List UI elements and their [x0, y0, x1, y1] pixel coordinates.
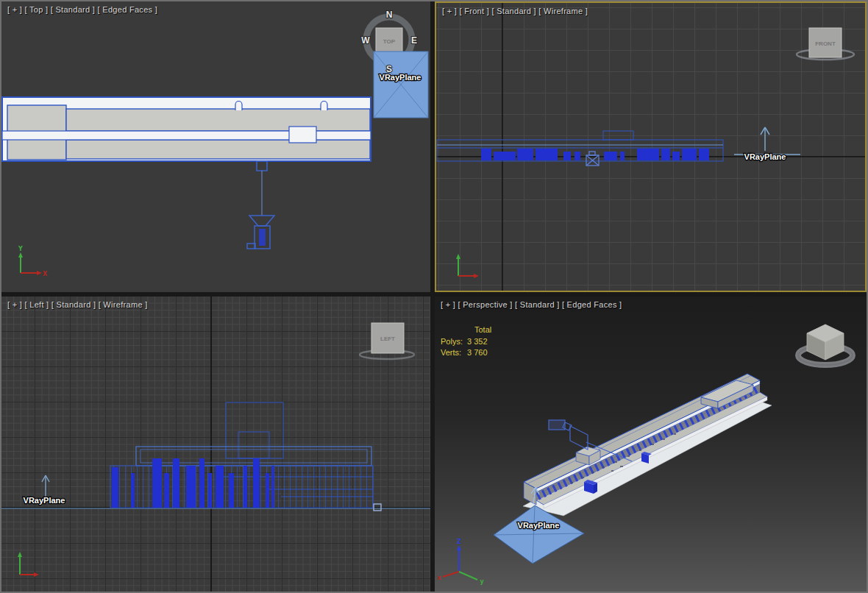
axis-y-label: y: [480, 578, 484, 585]
home-grid-axes: [1, 296, 430, 592]
viewport-perspective[interactable]: [ + ] [ Perspective ] [ Standard ] [ Edg…: [435, 296, 867, 592]
viewport-front[interactable]: [ + ] [ Front ] [ Standard ] [ Wireframe…: [435, 1, 867, 292]
vrayplane-gizmo[interactable]: VRayPlane: [734, 127, 800, 161]
vrayplane-label: VRayPlane: [380, 73, 421, 82]
axis-z-label: Z: [457, 539, 461, 545]
viewport-top-label[interactable]: [ + ] [ Top ] [ Standard ] [ Edged Faces…: [7, 5, 157, 14]
viewport-top-canvas: TOP N W E S VRayPlane Y X: [1, 1, 430, 292]
home-grid-axes: [436, 3, 865, 291]
world-axis-tripod: Y X: [18, 246, 48, 277]
building-wireframe[interactable]: [110, 402, 373, 508]
vrayplane-gizmo[interactable]: VRayPlane: [24, 475, 65, 505]
viewport-left[interactable]: [ + ] [ Left ] [ Standard ] [ Wireframe …: [1, 296, 430, 592]
camera-gizmo[interactable]: [247, 161, 274, 249]
statistics-verts-label: Verts:: [441, 348, 461, 357]
building-plan[interactable]: [2, 97, 371, 161]
vrayplane-label: VRayPlane: [24, 496, 65, 505]
statistics-total-header: Total: [474, 325, 491, 334]
compass-east[interactable]: E: [411, 35, 417, 46]
viewcube-face-label: LEFT: [380, 335, 395, 342]
viewport-top[interactable]: [ + ] [ Top ] [ Standard ] [ Edged Faces…: [1, 1, 430, 292]
compass-north[interactable]: N: [386, 10, 393, 20]
viewcube[interactable]: LEFT: [360, 323, 414, 359]
axis-x-label: x: [437, 575, 441, 581]
viewcube[interactable]: FRONT: [797, 28, 854, 60]
vrayplane-label: VRayPlane: [518, 521, 560, 530]
camera-gizmo[interactable]: [586, 152, 599, 166]
statistics-verts-value: 3 760: [467, 348, 488, 357]
viewport-perspective-label[interactable]: [ + ] [ Perspective ] [ Standard ] [ Edg…: [441, 300, 622, 309]
viewport-left-label[interactable]: [ + ] [ Left ] [ Standard ] [ Wireframe …: [7, 300, 148, 309]
compass-west[interactable]: W: [361, 35, 370, 46]
viewport-front-canvas: VRayPlane FRONT: [436, 3, 865, 291]
statistics-polys-value: 3 352: [467, 337, 488, 346]
world-axis-tripod: [456, 254, 479, 278]
world-axis-tripod: [18, 552, 39, 577]
viewcube-face-label: FRONT: [815, 40, 836, 47]
viewport-perspective-canvas: VRayPlane Z x y: [435, 296, 867, 592]
viewcube-face-label: TOP: [383, 38, 396, 45]
viewport-layout: [ + ] [ Top ] [ Standard ] [ Edged Faces…: [0, 0, 868, 593]
world-axis-tripod: Z x y: [437, 539, 484, 585]
vrayplane-gizmo[interactable]: [374, 52, 428, 118]
building-model[interactable]: [523, 374, 772, 516]
vrayplane-label: VRayPlane: [744, 152, 786, 161]
viewport-front-label[interactable]: [ + ] [ Front ] [ Standard ] [ Wireframe…: [442, 7, 588, 15]
statistics-polys-label: Polys:: [441, 337, 463, 346]
viewcube[interactable]: [798, 324, 853, 365]
axis-x-label: X: [43, 271, 48, 277]
axis-y-label: Y: [18, 246, 23, 252]
viewport-left-canvas: VRayPlane LEFT: [1, 296, 430, 592]
